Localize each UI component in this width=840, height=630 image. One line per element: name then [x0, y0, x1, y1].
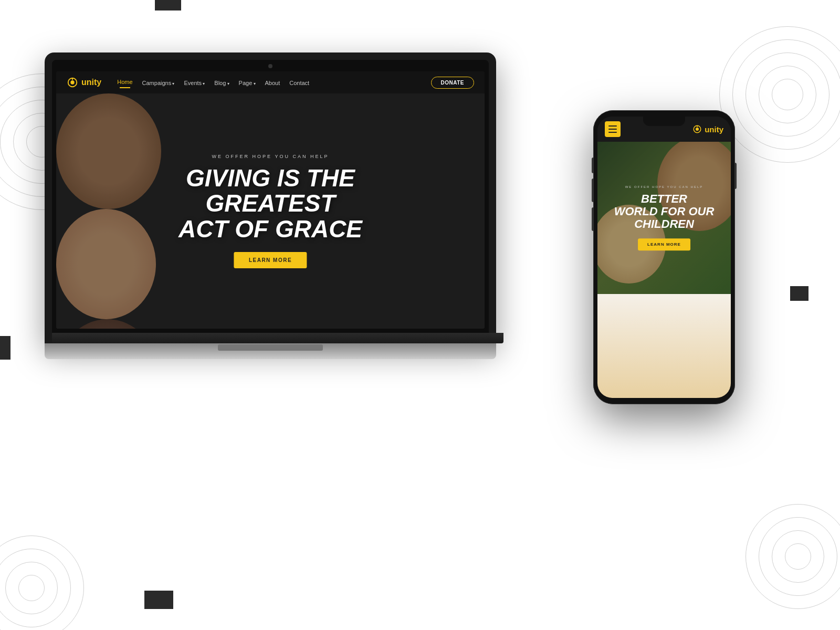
nav-item-about[interactable]: About — [265, 78, 280, 87]
hero-content: WE OFFER HOPE YOU CAN HELP GIVING IS THE… — [120, 154, 420, 268]
hamburger-line-3 — [608, 132, 617, 133]
phone-vol-up-button — [592, 178, 594, 202]
laptop-bottom — [45, 352, 496, 359]
laptop-camera — [268, 64, 272, 68]
svg-point-1 — [70, 80, 74, 84]
phone-outer: unity WE OFFER HOPE YOU CAN HELP BETTER … — [593, 110, 735, 404]
phone-vol-down-button — [592, 207, 594, 231]
laptop-nav-items: Home Campaigns Events Blog — [117, 77, 430, 88]
unity-logo-icon — [67, 77, 78, 88]
svg-point-4 — [696, 128, 699, 131]
phone-power-button — [734, 163, 737, 189]
laptop-navbar: unity Home Campaigns Events — [56, 71, 485, 93]
phone-mockup: unity WE OFFER HOPE YOU CAN HELP BETTER … — [593, 110, 735, 404]
decorative-circles-bottom-right — [740, 499, 840, 614]
decorative-circles-bottom-left — [0, 525, 94, 630]
phone-hero: WE OFFER HOPE YOU CAN HELP BETTER WORLD … — [597, 142, 731, 294]
hamburger-line-2 — [608, 129, 617, 130]
phone-mute-button — [592, 158, 594, 173]
phone-hero-content: WE OFFER HOPE YOU CAN HELP BETTER WORLD … — [607, 185, 721, 250]
laptop-trackpad[interactable] — [218, 344, 323, 351]
phone-hero-title: BETTER WORLD FOR OUR CHILDREN — [607, 193, 721, 231]
hero-subtitle: WE OFFER HOPE YOU CAN HELP — [120, 154, 420, 159]
phone-notch — [643, 117, 685, 126]
phone-logo-text: unity — [705, 125, 723, 134]
phone-logo-icon — [692, 124, 702, 134]
nav-item-blog[interactable]: Blog — [214, 78, 229, 87]
nav-item-campaigns[interactable]: Campaigns — [142, 78, 175, 87]
hamburger-line-1 — [608, 125, 617, 127]
nav-item-contact[interactable]: Contact — [289, 78, 309, 87]
laptop-trackpad-area — [45, 343, 496, 352]
nav-item-events[interactable]: Events — [184, 78, 205, 87]
phone-screen: unity WE OFFER HOPE YOU CAN HELP BETTER … — [597, 117, 731, 398]
laptop-logo-text: unity — [81, 78, 101, 87]
nav-item-home[interactable]: Home — [117, 77, 132, 88]
phone-hero-subtitle: WE OFFER HOPE YOU CAN HELP — [607, 185, 721, 188]
laptop-cta-button[interactable]: LEARN MORE — [234, 252, 307, 268]
phone-logo: unity — [692, 124, 723, 134]
phone-bottom-section — [597, 294, 731, 398]
phone-bottom-image — [597, 294, 731, 398]
nav-item-page[interactable]: Page — [239, 78, 256, 87]
hamburger-menu-button[interactable] — [605, 121, 621, 137]
laptop-hero: WE OFFER HOPE YOU CAN HELP GIVING IS THE… — [56, 93, 485, 329]
laptop-logo: unity — [67, 77, 101, 88]
laptop-mockup: unity Home Campaigns Events — [45, 52, 501, 359]
donate-button[interactable]: DONATE — [431, 77, 474, 89]
laptop-base — [52, 333, 503, 343]
phone-cta-button[interactable]: LEARN MORE — [638, 238, 690, 250]
hero-title: GIVING IS THE GREATEST ACT OF GRACE — [120, 165, 420, 242]
laptop-screen: unity Home Campaigns Events — [56, 71, 485, 329]
